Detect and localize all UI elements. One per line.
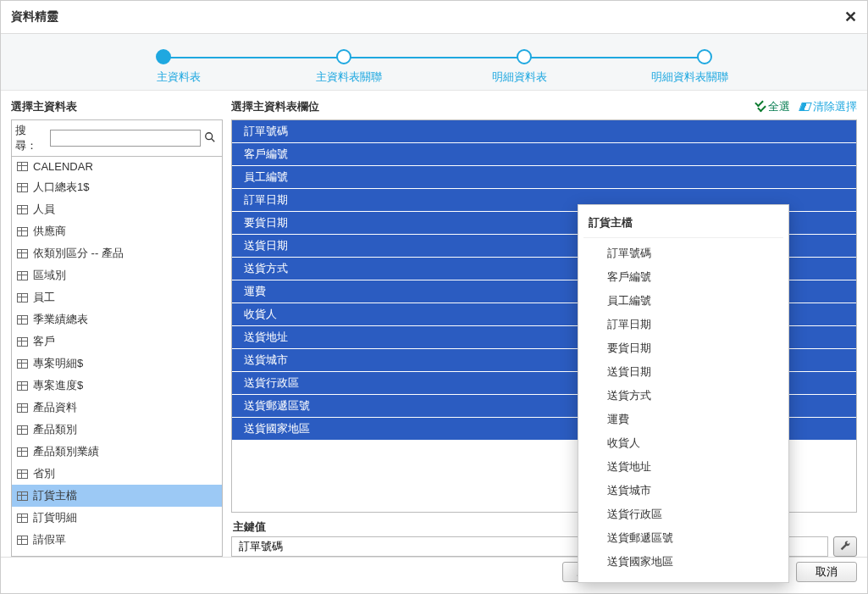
table-icon bbox=[17, 447, 28, 457]
popup-item[interactable]: 員工編號 bbox=[583, 289, 783, 313]
table-list[interactable]: CALENDAR人口總表1$人員供應商依類別區分 -- 產品區域別員工季業績總表… bbox=[11, 157, 223, 557]
step-3[interactable] bbox=[514, 49, 534, 64]
right-header: 選擇主資料表欄位 bbox=[231, 99, 319, 114]
table-item[interactable]: 季業績總表 bbox=[12, 308, 222, 330]
popup-item[interactable]: 訂單日期 bbox=[583, 313, 783, 336]
table-item[interactable]: 專案明細$ bbox=[12, 353, 222, 375]
search-icon[interactable] bbox=[201, 131, 218, 146]
search-row: 搜尋： bbox=[11, 119, 223, 157]
clear-all-label: 清除選擇 bbox=[813, 99, 857, 114]
svg-line-1 bbox=[211, 138, 214, 142]
table-item[interactable]: CALENDAR bbox=[12, 157, 222, 176]
clear-all-action[interactable]: 清除選擇 bbox=[800, 99, 857, 114]
popup-item[interactable]: 送貨日期 bbox=[583, 360, 783, 384]
step-4[interactable] bbox=[694, 49, 715, 64]
popup-item[interactable]: 運費 bbox=[583, 408, 783, 431]
table-item[interactable]: 依類別區分 -- 產品 bbox=[12, 242, 222, 264]
table-item[interactable]: 人員 bbox=[12, 198, 222, 220]
step-label-1: 主資料表 bbox=[128, 69, 229, 85]
popup-item[interactable]: 送貨地址 bbox=[583, 455, 783, 479]
popup-item[interactable]: 訂單號碼 bbox=[583, 241, 783, 265]
popup-item[interactable]: 送貨城市 bbox=[583, 479, 783, 502]
left-pane: 選擇主資料表 搜尋： CALENDAR人口總表1$人員供應商依類別區分 -- 產… bbox=[11, 97, 223, 557]
table-icon bbox=[17, 293, 28, 303]
table-icon bbox=[17, 315, 28, 325]
table-item-label: 負責地區 bbox=[33, 554, 77, 557]
table-popup: 訂貨主檔 訂單號碼客戶編號員工編號訂單日期要貨日期送貨日期送貨方式運費收貨人送貨… bbox=[578, 204, 789, 583]
popup-list: 訂單號碼客戶編號員工編號訂單日期要貨日期送貨日期送貨方式運費收貨人送貨地址送貨城… bbox=[583, 238, 783, 577]
search-label: 搜尋： bbox=[15, 123, 47, 153]
step-label-4: 明細資料表關聯 bbox=[639, 69, 740, 85]
table-item[interactable]: 省別 bbox=[12, 463, 222, 485]
table-item[interactable]: 供應商 bbox=[12, 220, 222, 242]
popup-item[interactable]: 客戶編號 bbox=[583, 265, 783, 289]
step-2[interactable] bbox=[334, 49, 354, 64]
step-circle bbox=[156, 49, 171, 64]
step-circle bbox=[697, 49, 712, 64]
pk-tool-button[interactable] bbox=[833, 536, 857, 557]
cancel-button[interactable]: 取消 bbox=[796, 562, 857, 582]
table-item[interactable]: 請假單 bbox=[12, 529, 222, 551]
table-item-label: 產品類別業績 bbox=[33, 444, 99, 459]
data-wizard-dialog: 資料精靈 ✕ 主資料表 主資料表關聯 明細資料表 明細資料表關聯 選擇主資料表 … bbox=[0, 0, 868, 594]
wrench-icon bbox=[839, 540, 851, 554]
table-icon bbox=[17, 227, 28, 236]
table-item[interactable]: 訂貨明細 bbox=[12, 507, 222, 529]
popup-item[interactable]: 送貨國家地區 bbox=[583, 550, 783, 574]
search-input[interactable] bbox=[50, 130, 201, 147]
popup-item[interactable]: 要貨日期 bbox=[583, 336, 783, 360]
table-icon bbox=[17, 469, 28, 479]
titlebar: 資料精靈 ✕ bbox=[1, 1, 867, 34]
popup-item[interactable]: 送貨行政區 bbox=[583, 502, 783, 526]
table-item-label: 專案明細$ bbox=[33, 356, 83, 371]
table-item[interactable]: 人口總表1$ bbox=[12, 176, 222, 198]
left-header: 選擇主資料表 bbox=[11, 97, 223, 119]
table-item-label: 產品類別 bbox=[33, 422, 77, 437]
popup-item[interactable]: 送貨方式 bbox=[583, 384, 783, 408]
eraser-icon bbox=[799, 103, 812, 111]
table-icon bbox=[17, 381, 28, 391]
table-item-label: 區域別 bbox=[33, 268, 66, 283]
field-item[interactable]: 訂單號碼 bbox=[232, 120, 856, 143]
table-item-label: 依類別區分 -- 產品 bbox=[33, 246, 124, 261]
select-all-action[interactable]: 全選 bbox=[755, 99, 790, 114]
stepper: 主資料表 主資料表關聯 明細資料表 明細資料表關聯 bbox=[1, 34, 867, 91]
step-line bbox=[162, 57, 706, 58]
field-item[interactable]: 員工編號 bbox=[232, 166, 856, 189]
table-item[interactable]: 員工 bbox=[12, 286, 222, 308]
table-item-label: 請假單 bbox=[33, 532, 66, 547]
table-item[interactable]: 產品類別 bbox=[12, 419, 222, 441]
table-item[interactable]: 區域別 bbox=[12, 264, 222, 286]
table-icon bbox=[17, 183, 28, 192]
popup-item[interactable]: 收貨人 bbox=[583, 431, 783, 455]
double-check-icon bbox=[755, 102, 766, 112]
field-actions: 全選 清除選擇 bbox=[755, 99, 857, 114]
popup-item[interactable]: 送貨郵遞區號 bbox=[583, 526, 783, 550]
table-item[interactable]: 產品資料 bbox=[12, 397, 222, 419]
table-item-label: 季業績總表 bbox=[33, 312, 88, 327]
table-item[interactable]: 負責地區 bbox=[12, 551, 222, 557]
body: 選擇主資料表 搜尋： CALENDAR人口總表1$人員供應商依類別區分 -- 產… bbox=[1, 91, 867, 557]
table-item[interactable]: 客戶 bbox=[12, 330, 222, 353]
table-icon bbox=[17, 249, 28, 258]
table-item-label: 訂貨明細 bbox=[33, 510, 77, 525]
table-icon bbox=[17, 403, 28, 413]
svg-point-0 bbox=[205, 132, 212, 139]
step-1[interactable] bbox=[153, 49, 174, 64]
field-item[interactable]: 客戶編號 bbox=[232, 143, 856, 166]
table-item-label: 專案進度$ bbox=[33, 378, 83, 393]
close-icon[interactable]: ✕ bbox=[844, 8, 857, 26]
table-item[interactable]: 專案進度$ bbox=[12, 375, 222, 397]
table-icon bbox=[17, 491, 28, 501]
step-row bbox=[153, 49, 715, 64]
table-item-label: 訂貨主檔 bbox=[33, 488, 77, 503]
table-item[interactable]: 產品類別業績 bbox=[12, 441, 222, 463]
table-icon bbox=[17, 359, 28, 369]
table-icon bbox=[17, 205, 28, 214]
table-item[interactable]: 訂貨主檔 bbox=[12, 485, 222, 507]
step-labels: 主資料表 主資料表關聯 明細資料表 明細資料表關聯 bbox=[128, 69, 740, 85]
table-icon bbox=[17, 162, 28, 171]
table-item-label: CALENDAR bbox=[33, 160, 93, 173]
table-item-label: 客戶 bbox=[33, 334, 55, 349]
table-item-label: 產品資料 bbox=[33, 400, 77, 415]
